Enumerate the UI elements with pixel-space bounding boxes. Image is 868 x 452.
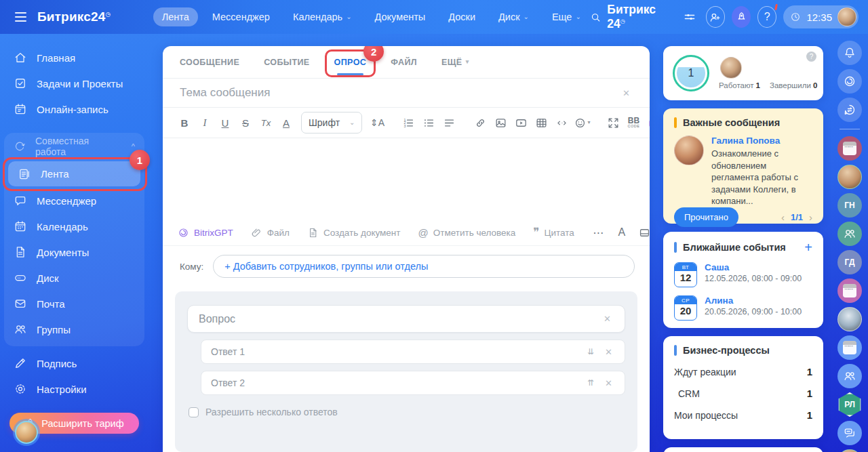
profile-avatar[interactable] [15, 421, 38, 444]
recipient-input[interactable] [213, 255, 635, 278]
poll-question-input[interactable] [199, 313, 601, 325]
tab-message[interactable]: СООБЩЕНИЕ [180, 46, 239, 78]
chat-group-green[interactable] [837, 222, 862, 246]
sidebar-item-feed[interactable]: Лента [8, 161, 140, 186]
sidebar-item-drive[interactable]: Диск [4, 265, 144, 291]
sidebar-item-groups[interactable]: Группы [4, 316, 144, 342]
event-name[interactable]: Саша [705, 262, 802, 272]
sidebar-item-mail[interactable]: Почта [4, 291, 144, 316]
insert-code-button[interactable] [552, 112, 571, 133]
topnav-drive[interactable]: Диск⌄ [490, 7, 538, 26]
ordered-list-button[interactable] [399, 112, 418, 133]
checkbox[interactable] [189, 407, 199, 417]
insert-video-button[interactable] [511, 112, 530, 133]
chat-bubbles-button[interactable] [837, 421, 862, 445]
sidebar-item-settings[interactable]: Настройки [0, 376, 149, 402]
layout-toggle-button[interactable] [638, 222, 650, 243]
topnav-boards[interactable]: Доски [439, 7, 484, 26]
sidebar-item-calendar[interactable]: Календарь [4, 213, 144, 239]
clear-format-button[interactable]: Tx [256, 112, 275, 133]
close-icon[interactable]: ✕ [620, 87, 633, 100]
add-event-button[interactable]: + [804, 241, 812, 254]
author-avatar[interactable] [674, 136, 704, 165]
app-logo[interactable]: Битрикс24◷ [37, 9, 111, 24]
help-button[interactable]: ? [757, 6, 776, 28]
text-mode-button[interactable]: A [615, 222, 629, 243]
insert-link-button[interactable] [471, 112, 490, 133]
sidebar-item-messenger[interactable]: Мессенджер [4, 188, 144, 213]
sidebar-item-home[interactable]: Главная [0, 45, 149, 70]
chat-initials-gd[interactable]: ГД [837, 250, 862, 274]
message-author[interactable]: Галина Попова [711, 136, 812, 146]
strikethrough-button[interactable]: S [236, 112, 255, 133]
font-size-button[interactable]: ⇕A [368, 112, 387, 133]
sidebar-item-booking[interactable]: Онлайн-запись [0, 96, 149, 122]
fullscreen-button[interactable] [604, 112, 623, 133]
tab-file[interactable]: ФАЙЛ [391, 46, 417, 78]
process-row-awaiting[interactable]: Ждут реакции 1 [674, 366, 812, 377]
process-row-crm[interactable]: CRM 1 [674, 388, 812, 399]
bbcode-button[interactable]: BBCODE [624, 112, 643, 133]
create-document-button[interactable]: Создать документ [307, 227, 401, 239]
topnav-messenger[interactable]: Мессенджер [203, 7, 279, 26]
search-button[interactable]: Битрикс 24◷ [590, 3, 668, 31]
subject-input[interactable] [180, 86, 620, 100]
event-name[interactable]: Алина [705, 295, 802, 306]
notifications-button[interactable] [837, 41, 862, 65]
chat-calendar-pink[interactable] [837, 279, 862, 303]
tab-event[interactable]: СОБЫТИЕ [264, 46, 309, 78]
sync-chat-button[interactable] [837, 98, 862, 122]
topnav-documents[interactable]: Документы [366, 7, 435, 26]
menu-burger-icon[interactable] [15, 9, 26, 24]
emoji-button[interactable]: ▾ [572, 112, 591, 133]
insert-table-button[interactable] [532, 112, 551, 133]
multi-answers-option[interactable]: Разрешить несколько ответов [189, 407, 625, 417]
chat-initials-rl[interactable]: РЛ [837, 392, 862, 417]
sidebar-section-header[interactable]: Совместная работа ^ [4, 133, 144, 160]
poll-answer-1-input[interactable] [211, 346, 587, 357]
move-up-icon[interactable]: ⇈ [587, 378, 594, 388]
mark-read-button[interactable]: Прочитано [674, 207, 738, 227]
chat-calendar-red[interactable] [837, 136, 862, 161]
chat-group-blue[interactable] [837, 364, 862, 388]
sidebar-item-signature[interactable]: Подпись [0, 350, 149, 376]
sidebar-item-documents[interactable]: Документы [4, 239, 144, 265]
process-row-my[interactable]: Мои процессы 1 [674, 409, 812, 421]
topnav-calendar[interactable]: Календарь⌄ [284, 7, 361, 26]
chat-avatar-2[interactable] [837, 307, 862, 331]
close-icon[interactable]: ✕ [602, 377, 615, 390]
tab-poll[interactable]: ОПРОС [334, 46, 367, 78]
event-item[interactable]: ВТ 12 Саша 12.05.2026, 08:00 - 09:00 [674, 262, 812, 287]
insert-image-button[interactable] [491, 112, 510, 133]
close-icon[interactable]: ✕ [602, 346, 615, 358]
chevron-right-icon[interactable]: › [809, 211, 812, 223]
invite-user-button[interactable] [706, 6, 725, 28]
mention-person-button[interactable]: @ Отметить человека [418, 227, 516, 239]
more-options-button[interactable]: ⋯ [592, 222, 606, 243]
chevron-up-icon[interactable]: ^ [132, 142, 135, 150]
chevron-left-icon[interactable]: ‹ [781, 211, 785, 223]
copilot-button[interactable] [837, 69, 862, 94]
chat-calendar-blue[interactable] [837, 335, 862, 360]
chat-avatar-1[interactable] [837, 165, 862, 189]
underline-button[interactable]: U [216, 112, 235, 133]
chat-avatar-3[interactable] [837, 449, 862, 452]
move-down-icon[interactable]: ⇊ [587, 347, 594, 356]
presence-widget[interactable]: 1 Работают1 Завершили0 ? [663, 46, 823, 100]
chat-initials-gn[interactable]: ГН [837, 193, 862, 218]
quote-button[interactable]: ❞ Цитата [533, 228, 574, 238]
italic-button[interactable]: I [195, 112, 214, 133]
bullet-list-button[interactable] [419, 112, 438, 133]
poll-answer-2-input[interactable] [211, 377, 587, 388]
topnav-more[interactable]: Еще⌄ [543, 7, 590, 26]
bitrixgpt-button[interactable]: BitrixGPT [178, 227, 233, 239]
sidebar-item-tasks[interactable]: Задачи и Проекты [0, 70, 149, 96]
bold-button[interactable]: B [175, 112, 194, 133]
important-message-item[interactable]: Галина Попова Ознакомление с обновлением… [674, 136, 812, 207]
working-user-avatar[interactable] [720, 57, 742, 79]
text-color-button[interactable]: A [277, 112, 296, 133]
tab-more[interactable]: ЕЩЁ▾ [441, 46, 469, 78]
close-icon[interactable]: ✕ [601, 312, 614, 325]
topnav-feed[interactable]: Лента [153, 7, 198, 26]
font-family-select[interactable]: Шрифт ⌄ [301, 112, 362, 133]
